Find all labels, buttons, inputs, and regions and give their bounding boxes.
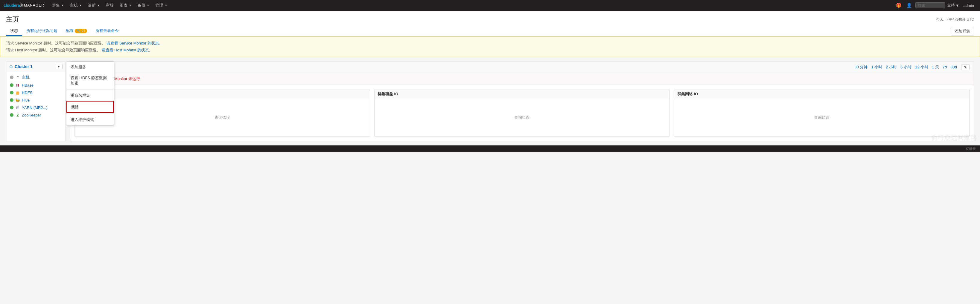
chart-cpu-title: 群集 CPU — [75, 89, 370, 99]
nav-host[interactable]: 主机 ▼ — [67, 0, 85, 11]
charts-edit-button[interactable]: ✎ — [961, 64, 969, 70]
admin-menu[interactable]: admin — [961, 3, 977, 8]
charts-header: 图表 30 分钟 1 小时 2 小时 6 小时 12 小时 1 天 7d 30d… — [70, 62, 974, 73]
hive-icon: 🐝 — [15, 98, 20, 103]
time-30min[interactable]: 30 分钟 — [853, 64, 869, 70]
chevron-down-icon: ▼ — [61, 4, 64, 7]
list-item[interactable]: ⊞ YARN (MR2...) — [6, 104, 65, 111]
status-badge — [10, 98, 13, 102]
chevron-down-icon: ▼ — [147, 4, 150, 7]
warning-line-1: 请求 Service Monitor 超时。这可能会导致页面响应缓慢。 请查看 … — [6, 40, 974, 47]
chevron-down-icon: ▼ — [97, 4, 100, 7]
nav-cluster[interactable]: 群集 ▼ — [49, 0, 67, 11]
chevron-down-icon: ▼ — [79, 4, 82, 7]
chart-network-io: 群集网络 IO 查询错误 — [674, 89, 969, 137]
warning-banner: 请求 Service Monitor 超时。这可能会导致页面响应缓慢。 请查看 … — [0, 36, 980, 57]
menu-item-delete[interactable]: 删除 — [67, 101, 114, 113]
page-header: 主页 今天, 下午4点48分 UTC 状态 所有运行状况问题 配置 🔧 27 所… — [0, 11, 980, 36]
status-badge — [10, 83, 13, 87]
list-item[interactable]: 🐝 Hive — [6, 97, 65, 104]
menu-item-hdfs-encrypt[interactable]: 设置 HDFS 静态数据加密 — [67, 73, 114, 89]
tab-commands[interactable]: 所有最新命令 — [91, 26, 123, 36]
chart-network-body: 查询错误 — [674, 99, 969, 136]
menu-item-add-service[interactable]: 添加服务 — [67, 62, 114, 73]
support-link[interactable]: 支持 ▼ — [947, 3, 959, 8]
chart-disk-io: 群集磁盘 IO 查询错误 — [374, 89, 670, 137]
cluster-dropdown-button[interactable]: ▼ — [55, 64, 62, 69]
nav-right: 🎁 👤 支持 ▼ admin — [894, 2, 977, 8]
time-30d[interactable]: 30d — [949, 64, 958, 70]
wrench-icon: 🔧 — [76, 29, 81, 33]
time-1hour[interactable]: 1 小时 — [870, 64, 883, 70]
host-icon: ≡ — [15, 75, 20, 79]
status-badge — [10, 91, 13, 94]
bottom-bar: 亿建云 — [0, 146, 980, 152]
hdfs-icon: ▦ — [15, 90, 20, 95]
page-tabs: 状态 所有运行状况问题 配置 🔧 27 所有最新命令 添加群集 — [6, 26, 974, 36]
nav-diag[interactable]: 诊断 ▼ — [85, 0, 103, 11]
cluster-dropdown-menu: 添加服务 设置 HDFS 静态数据加密 重命名群集 删除 进入维护模式 — [66, 62, 114, 125]
list-item[interactable]: ≡ 主机 — [6, 73, 65, 82]
tab-health[interactable]: 所有运行状况问题 — [22, 26, 62, 36]
time-12hour[interactable]: 12 小时 — [914, 64, 929, 70]
status-badge — [10, 106, 13, 109]
host-monitor-link[interactable]: 请查看 Host Monitor 的状态。 — [102, 48, 153, 52]
manager-label: MANAGER — [24, 3, 44, 8]
chart-cpu-body: 查询错误 — [75, 99, 370, 136]
chart-disk-body: 查询错误 — [374, 99, 670, 136]
cluster-header: ⊙ Cluster 1 ▼ — [6, 62, 65, 72]
list-item[interactable]: H HBase — [6, 82, 65, 89]
service-monitor-link[interactable]: 请查看 Service Monitor 的状态。 — [107, 41, 163, 45]
tab-config[interactable]: 配置 🔧 27 — [62, 26, 91, 36]
chart-cpu: 群集 CPU 查询错误 — [75, 89, 370, 137]
nav-manage[interactable]: 管理 ▼ — [152, 0, 170, 11]
search-input[interactable] — [915, 2, 945, 8]
time-1day[interactable]: 1 天 — [931, 64, 940, 70]
nav-backup[interactable]: 备份 ▼ — [135, 0, 153, 11]
service-list: ≡ 主机 H HBase ▦ HDFS 🐝 Hive ⊞ YARN ( — [6, 72, 65, 120]
time-6hour[interactable]: 6 小时 — [899, 64, 913, 70]
list-item[interactable]: Z ZooKeeper — [6, 111, 65, 119]
chevron-down-icon: ▼ — [956, 3, 959, 8]
yarn-icon: ⊞ — [15, 105, 20, 110]
time-2hour[interactable]: 2 小时 — [885, 64, 898, 70]
time-controls: 30 分钟 1 小时 2 小时 6 小时 12 小时 1 天 7d 30d ✎ — [853, 64, 969, 70]
bottom-label: 亿建云 — [966, 147, 976, 150]
zookeeper-icon: Z — [15, 113, 20, 117]
main-content: ⊙ Cluster 1 ▼ ≡ 主机 H HBase ▦ HDFS 🐝 — [0, 57, 980, 146]
add-cluster-button[interactable]: 添加群集 — [951, 27, 974, 36]
gift-icon[interactable]: 🎁 — [894, 3, 903, 8]
cloudera-logo: cloudera® — [3, 3, 23, 8]
chart-network-title: 群集网络 IO — [674, 89, 969, 99]
status-badge — [10, 76, 13, 79]
left-panel: ⊙ Cluster 1 ▼ ≡ 主机 H HBase ▦ HDFS 🐝 — [6, 61, 66, 141]
page-title: 主页 — [6, 15, 19, 24]
chevron-down-icon: ▼ — [129, 4, 132, 7]
config-badge: 🔧 27 — [75, 28, 87, 33]
menu-divider — [67, 89, 114, 90]
time-7d[interactable]: 7d — [942, 64, 948, 70]
page-timestamp: 今天, 下午4点48分 UTC — [936, 17, 974, 22]
top-navbar: cloudera® MANAGER 群集 ▼ 主机 ▼ 诊断 ▼ 审核 图表 ▼… — [0, 0, 980, 11]
hbase-icon: H — [15, 83, 20, 87]
nav-audit[interactable]: 审核 — [103, 0, 117, 11]
list-item[interactable]: ▦ HDFS — [6, 89, 65, 97]
nav-chart[interactable]: 图表 ▼ — [117, 0, 135, 11]
menu-item-maintenance[interactable]: 进入维护模式 — [67, 114, 114, 125]
chevron-down-icon: ▼ — [164, 4, 167, 7]
chart-disk-title: 群集磁盘 IO — [374, 89, 670, 99]
logo-area: cloudera® MANAGER — [3, 3, 44, 8]
menu-item-rename[interactable]: 重命名群集 — [67, 90, 114, 101]
status-badge — [10, 113, 13, 117]
charts-grid: 群集 CPU 查询错误 群集磁盘 IO 查询错误 群集网络 IO 查询错误 — [70, 85, 974, 141]
user-icon[interactable]: 👤 — [905, 3, 913, 8]
tab-status[interactable]: 状态 — [6, 26, 22, 36]
charts-panel: 图表 30 分钟 1 小时 2 小时 6 小时 12 小时 1 天 7d 30d… — [70, 61, 974, 141]
cluster-name[interactable]: Cluster 1 — [15, 64, 55, 69]
cluster-icon: ⊙ — [9, 64, 13, 69]
query-error-banner: • 无法发出查询：Host Monitor 未运行 — [70, 73, 974, 85]
warning-line-2: 请求 Host Monitor 超时。这可能会导致页面响应缓慢。 请查看 Hos… — [6, 47, 974, 54]
